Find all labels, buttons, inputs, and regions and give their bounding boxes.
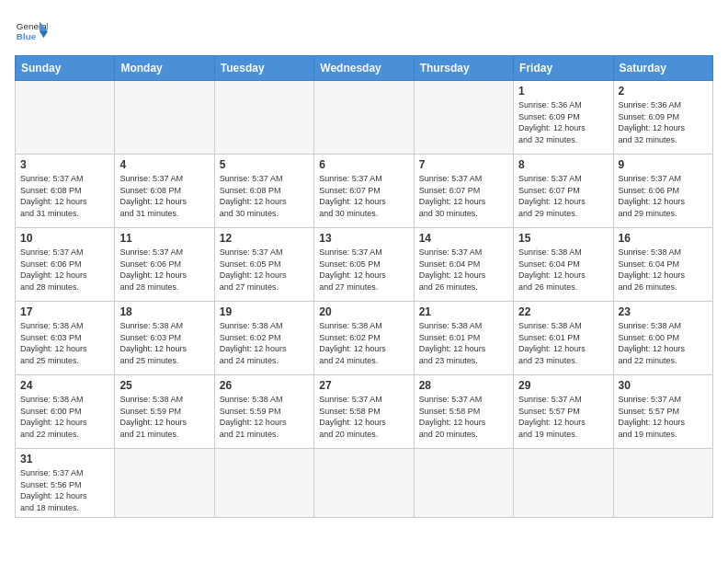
day-number: 29 xyxy=(518,379,608,392)
day-number: 24 xyxy=(20,379,109,392)
calendar-cell: 14Sunrise: 5:37 AM Sunset: 6:04 PM Dayli… xyxy=(414,228,513,302)
svg-text:Blue: Blue xyxy=(17,31,37,41)
day-info: Sunrise: 5:37 AM Sunset: 6:08 PM Dayligh… xyxy=(220,173,309,219)
day-number: 28 xyxy=(419,379,508,392)
calendar-header-row: SundayMondayTuesdayWednesdayThursdayFrid… xyxy=(16,56,713,81)
day-number: 27 xyxy=(319,379,408,392)
calendar-cell: 13Sunrise: 5:37 AM Sunset: 6:05 PM Dayli… xyxy=(314,228,414,302)
calendar-cell: 25Sunrise: 5:38 AM Sunset: 5:59 PM Dayli… xyxy=(115,375,214,449)
column-header-thursday: Thursday xyxy=(414,56,513,81)
calendar-cell: 24Sunrise: 5:38 AM Sunset: 6:00 PM Dayli… xyxy=(16,375,115,449)
svg-marker-3 xyxy=(40,31,48,38)
day-number: 12 xyxy=(220,232,309,245)
calendar-cell: 2Sunrise: 5:36 AM Sunset: 6:09 PM Daylig… xyxy=(613,81,712,155)
day-info: Sunrise: 5:38 AM Sunset: 6:00 PM Dayligh… xyxy=(619,320,708,366)
column-header-sunday: Sunday xyxy=(16,56,115,81)
day-info: Sunrise: 5:37 AM Sunset: 5:58 PM Dayligh… xyxy=(419,394,508,440)
calendar-cell xyxy=(414,449,513,518)
day-info: Sunrise: 5:38 AM Sunset: 6:03 PM Dayligh… xyxy=(20,320,109,366)
calendar-cell xyxy=(16,81,115,155)
calendar-cell: 23Sunrise: 5:38 AM Sunset: 6:00 PM Dayli… xyxy=(613,302,712,375)
day-info: Sunrise: 5:37 AM Sunset: 6:05 PM Dayligh… xyxy=(220,247,309,293)
calendar-cell: 10Sunrise: 5:37 AM Sunset: 6:06 PM Dayli… xyxy=(16,228,115,302)
calendar-cell: 6Sunrise: 5:37 AM Sunset: 6:07 PM Daylig… xyxy=(314,155,414,228)
calendar-cell: 15Sunrise: 5:38 AM Sunset: 6:04 PM Dayli… xyxy=(514,228,613,302)
day-number: 5 xyxy=(220,158,309,171)
day-number: 1 xyxy=(518,85,608,98)
calendar-cell xyxy=(314,81,414,155)
day-number: 26 xyxy=(220,379,309,392)
calendar-cell: 20Sunrise: 5:38 AM Sunset: 6:02 PM Dayli… xyxy=(314,302,414,375)
day-number: 9 xyxy=(619,158,708,171)
day-number: 8 xyxy=(518,158,608,171)
day-info: Sunrise: 5:37 AM Sunset: 6:05 PM Dayligh… xyxy=(319,247,408,293)
day-info: Sunrise: 5:37 AM Sunset: 5:57 PM Dayligh… xyxy=(518,394,608,440)
page-header: General Blue xyxy=(15,15,713,48)
day-info: Sunrise: 5:38 AM Sunset: 5:59 PM Dayligh… xyxy=(220,394,309,440)
calendar-cell: 27Sunrise: 5:37 AM Sunset: 5:58 PM Dayli… xyxy=(314,375,414,449)
day-info: Sunrise: 5:37 AM Sunset: 6:07 PM Dayligh… xyxy=(518,173,608,219)
day-info: Sunrise: 5:37 AM Sunset: 5:56 PM Dayligh… xyxy=(20,467,109,513)
day-info: Sunrise: 5:38 AM Sunset: 5:59 PM Dayligh… xyxy=(119,394,209,440)
day-info: Sunrise: 5:38 AM Sunset: 6:00 PM Dayligh… xyxy=(20,394,109,440)
day-number: 20 xyxy=(319,305,408,318)
calendar-week-row: 1Sunrise: 5:36 AM Sunset: 6:09 PM Daylig… xyxy=(16,81,713,155)
day-number: 10 xyxy=(20,232,109,245)
day-number: 11 xyxy=(119,232,209,245)
calendar-cell: 28Sunrise: 5:37 AM Sunset: 5:58 PM Dayli… xyxy=(414,375,513,449)
day-info: Sunrise: 5:37 AM Sunset: 6:07 PM Dayligh… xyxy=(319,173,408,219)
calendar-cell xyxy=(115,449,214,518)
calendar-cell: 9Sunrise: 5:37 AM Sunset: 6:06 PM Daylig… xyxy=(613,155,712,228)
day-number: 18 xyxy=(119,305,209,318)
calendar-cell: 26Sunrise: 5:38 AM Sunset: 5:59 PM Dayli… xyxy=(214,375,313,449)
calendar-cell: 8Sunrise: 5:37 AM Sunset: 6:07 PM Daylig… xyxy=(514,155,613,228)
day-number: 19 xyxy=(220,305,309,318)
day-info: Sunrise: 5:37 AM Sunset: 6:07 PM Dayligh… xyxy=(419,173,508,219)
calendar-cell xyxy=(314,449,414,518)
day-number: 6 xyxy=(319,158,408,171)
calendar-cell: 3Sunrise: 5:37 AM Sunset: 6:08 PM Daylig… xyxy=(16,155,115,228)
day-info: Sunrise: 5:37 AM Sunset: 6:04 PM Dayligh… xyxy=(419,247,508,293)
day-number: 31 xyxy=(20,453,109,465)
calendar-table: SundayMondayTuesdayWednesdayThursdayFrid… xyxy=(15,55,713,518)
day-number: 15 xyxy=(518,232,608,245)
day-info: Sunrise: 5:38 AM Sunset: 6:02 PM Dayligh… xyxy=(220,320,309,366)
calendar-cell xyxy=(414,81,513,155)
day-info: Sunrise: 5:37 AM Sunset: 6:08 PM Dayligh… xyxy=(119,173,209,219)
calendar-cell: 7Sunrise: 5:37 AM Sunset: 6:07 PM Daylig… xyxy=(414,155,513,228)
calendar-cell: 22Sunrise: 5:38 AM Sunset: 6:01 PM Dayli… xyxy=(514,302,613,375)
column-header-saturday: Saturday xyxy=(613,56,712,81)
calendar-week-row: 31Sunrise: 5:37 AM Sunset: 5:56 PM Dayli… xyxy=(16,449,713,518)
day-info: Sunrise: 5:38 AM Sunset: 6:01 PM Dayligh… xyxy=(419,320,508,366)
day-info: Sunrise: 5:36 AM Sunset: 6:09 PM Dayligh… xyxy=(518,99,608,145)
column-header-tuesday: Tuesday xyxy=(214,56,313,81)
calendar-week-row: 3Sunrise: 5:37 AM Sunset: 6:08 PM Daylig… xyxy=(16,155,713,228)
calendar-cell: 11Sunrise: 5:37 AM Sunset: 6:06 PM Dayli… xyxy=(115,228,214,302)
day-info: Sunrise: 5:38 AM Sunset: 6:02 PM Dayligh… xyxy=(319,320,408,366)
calendar-week-row: 17Sunrise: 5:38 AM Sunset: 6:03 PM Dayli… xyxy=(16,302,713,375)
logo: General Blue xyxy=(15,15,48,48)
day-number: 2 xyxy=(619,85,708,98)
calendar-cell: 29Sunrise: 5:37 AM Sunset: 5:57 PM Dayli… xyxy=(514,375,613,449)
calendar-cell: 31Sunrise: 5:37 AM Sunset: 5:56 PM Dayli… xyxy=(16,449,115,518)
calendar-cell xyxy=(214,449,313,518)
day-number: 21 xyxy=(419,305,508,318)
day-info: Sunrise: 5:38 AM Sunset: 6:04 PM Dayligh… xyxy=(619,247,708,293)
calendar-cell: 21Sunrise: 5:38 AM Sunset: 6:01 PM Dayli… xyxy=(414,302,513,375)
day-info: Sunrise: 5:37 AM Sunset: 5:57 PM Dayligh… xyxy=(619,394,708,440)
day-number: 23 xyxy=(619,305,708,318)
calendar-cell: 4Sunrise: 5:37 AM Sunset: 6:08 PM Daylig… xyxy=(115,155,214,228)
day-info: Sunrise: 5:37 AM Sunset: 6:06 PM Dayligh… xyxy=(20,247,109,293)
day-info: Sunrise: 5:37 AM Sunset: 6:08 PM Dayligh… xyxy=(20,173,109,219)
column-header-monday: Monday xyxy=(115,56,214,81)
day-number: 4 xyxy=(119,158,209,171)
column-header-friday: Friday xyxy=(514,56,613,81)
calendar-cell xyxy=(214,81,313,155)
calendar-week-row: 10Sunrise: 5:37 AM Sunset: 6:06 PM Dayli… xyxy=(16,228,713,302)
calendar-cell: 12Sunrise: 5:37 AM Sunset: 6:05 PM Dayli… xyxy=(214,228,313,302)
calendar-cell: 5Sunrise: 5:37 AM Sunset: 6:08 PM Daylig… xyxy=(214,155,313,228)
day-number: 30 xyxy=(619,379,708,392)
day-info: Sunrise: 5:36 AM Sunset: 6:09 PM Dayligh… xyxy=(619,99,708,145)
day-number: 14 xyxy=(419,232,508,245)
day-info: Sunrise: 5:38 AM Sunset: 6:03 PM Dayligh… xyxy=(119,320,209,366)
